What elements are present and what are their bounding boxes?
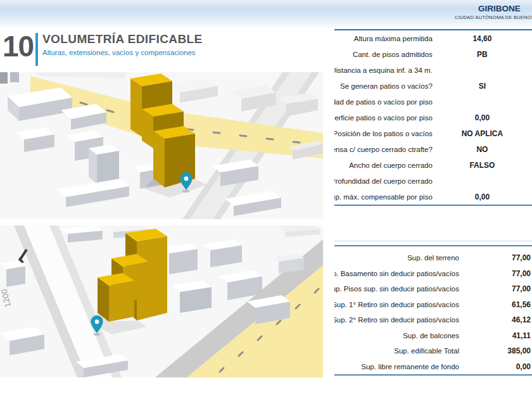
param-label: Distancia a esquina inf. a 34 m. — [334, 66, 433, 74]
param-label: Se generan patios o vacíos? — [334, 82, 433, 90]
surface-label: Sup. 1° Retiro sin deducir patios/vacíos — [334, 301, 459, 308]
param-value: PB — [433, 50, 532, 59]
map-3d-view-bottom: 1200 — [0, 225, 323, 377]
sky-gradient-band — [0, 0, 532, 29]
table-row: Sup. 1° Retiro sin deducir patios/vacíos… — [334, 297, 532, 313]
table-row: Altura máxima permitida14,60 — [334, 30, 532, 46]
param-label: Ancho del cuerpo cerrado — [334, 162, 433, 169]
surface-label: Sup. Pisos sup. sin deducir patios/vacío… — [334, 285, 459, 293]
table-row: Ancho del cuerpo cerradoFALSO — [334, 157, 532, 173]
param-label: Cantidad de patios o vacíos por piso — [334, 98, 433, 106]
header-subtitle: CIUDAD AUTÓNOMA DE BUENOS AIRES — [455, 15, 532, 20]
parameters-table: Altura máxima permitida14,60 Cant. de pi… — [334, 29, 532, 206]
param-value: NO APLICA — [433, 129, 532, 138]
param-value: FALSO — [433, 161, 532, 170]
table-row: Sup. del terreno77,00 — [334, 250, 532, 266]
param-value: SI — [433, 82, 532, 91]
surface-label: Sup. Basamento sin deducir patios/vacíos — [334, 270, 459, 277]
table-row: Sup. Basamento sin deducir patios/vacíos… — [334, 266, 532, 282]
page-title: VOLUMETRÍA EDIFICABLE — [42, 32, 203, 46]
table-row: Sup. edificable Total385,00 — [334, 343, 532, 359]
table-row: Cantidad de patios o vacíos por piso — [334, 94, 532, 110]
table-row: Compensa c/ cuerpo cerrado ctrafte?NO — [334, 141, 532, 157]
param-label: Profundidad del cuerpo cerrado — [334, 177, 433, 185]
table-row: Posición de los patios o vacíosNO APLICA — [334, 125, 532, 141]
surface-value: 77,00 — [459, 269, 532, 278]
surface-label: Sup. del terreno — [334, 254, 459, 262]
param-label: Altura máxima permitida — [334, 35, 433, 42]
surface-value: 385,00 — [459, 346, 532, 355]
map-3d-view-top — [0, 72, 323, 219]
param-label: Compensa c/ cuerpo cerrado ctrafte? — [334, 146, 433, 153]
page-subtitle: Alturas, extensiones, vacíos y compensac… — [42, 49, 196, 56]
surface-label: Sup. libre remanente de fondo — [334, 363, 459, 370]
table-row: Se generan patios o vacíos?SI — [334, 78, 532, 94]
param-label: Sup. máx. compensable por piso — [334, 193, 433, 201]
section-divider-bar — [35, 33, 38, 66]
table-row: Sup. 2° Retiro sin deducir patios/vacíos… — [334, 312, 532, 328]
param-value: 14,60 — [433, 34, 532, 43]
table-separator-line — [334, 241, 532, 241]
table-row: Superficie patios o vacíos por piso0,00 — [334, 110, 532, 125]
param-value: 0,00 — [433, 113, 532, 122]
surface-value: 77,00 — [459, 253, 532, 262]
table-row: Cant. de pisos admitidosPB — [334, 46, 532, 62]
param-label: Cant. de pisos admitidos — [334, 51, 433, 58]
surface-value: 41,11 — [459, 331, 532, 340]
table-row: Sup. máx. compensable por piso0,00 — [334, 189, 532, 205]
table-row: Profundidad del cuerpo cerrado — [334, 173, 532, 189]
surface-label: Sup. de balcones — [334, 332, 459, 339]
surface-value: 46,12 — [459, 315, 532, 324]
param-label: Posición de los patios o vacíos — [334, 130, 433, 137]
surfaces-table: Sup. del terreno77,00 Sup. Basamento sin… — [334, 245, 532, 376]
param-label: Superficie patios o vacíos por piso — [334, 114, 433, 122]
table-row: Sup. Pisos sup. sin deducir patios/vacío… — [334, 281, 532, 297]
header-title: GIRIBONE — [478, 4, 521, 13]
table-row: Sup. libre remanente de fondo0,00 — [334, 359, 532, 375]
section-number: 10 — [3, 29, 34, 63]
surface-value: 77,00 — [459, 284, 532, 293]
table-row: Distancia a esquina inf. a 34 m. — [334, 62, 532, 78]
table-row: Sup. de balcones41,11 — [334, 328, 532, 344]
surface-label: Sup. 2° Retiro sin deducir patios/vacíos — [334, 316, 459, 324]
surface-value: 61,56 — [459, 300, 532, 309]
param-value: 0,00 — [433, 193, 532, 201]
surface-value: 0,00 — [459, 362, 532, 371]
param-value: NO — [433, 145, 532, 154]
surface-label: Sup. edificable Total — [334, 347, 459, 355]
